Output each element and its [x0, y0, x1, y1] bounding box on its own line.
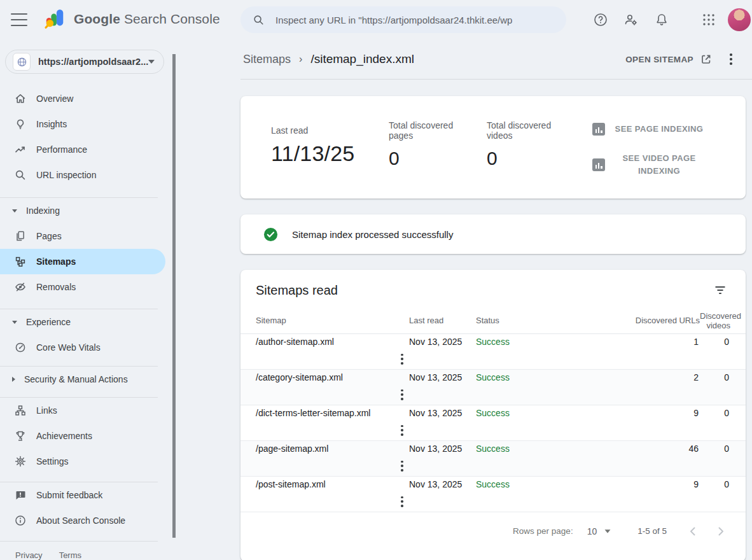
chevron-down-icon [12, 209, 17, 213]
sidebar-item-insights[interactable]: Insights [0, 111, 168, 137]
sidebar-section-indexing[interactable]: Indexing [0, 198, 168, 223]
see-page-indexing-label: SEE PAGE INDEXING [611, 123, 707, 136]
table-row: /dict-terms-letter-sitemap.xml Nov 13, 2… [240, 405, 746, 441]
sidebar-item-label: Performance [36, 144, 87, 155]
chevron-right-icon [12, 377, 15, 382]
discovered-pages-label: Total discovered pages [389, 120, 465, 141]
column-header-discovered-urls[interactable]: Discovered URLs [602, 316, 700, 325]
row-kebab-menu-icon[interactable] [396, 387, 408, 402]
status-banner-message: Sitemap index processed successfully [292, 229, 453, 240]
sidebar-item-core-web-vitals[interactable]: Core Web Vitals [0, 335, 168, 360]
sidebar-item-label: Removals [36, 282, 76, 292]
sidebar-section-experience[interactable]: Experience [0, 309, 168, 335]
see-video-page-indexing-label: SEE VIDEO PAGE INDEXING [611, 152, 707, 178]
links-icon [14, 404, 27, 417]
discovered-videos-label: Total discovered videos [487, 120, 563, 141]
column-header-sitemap[interactable]: Sitemap [256, 316, 409, 325]
app-title: Google Search Console [74, 11, 220, 27]
status-cell: Success [476, 479, 602, 489]
sidebar-item-settings[interactable]: Settings [0, 449, 168, 474]
sitemap-link[interactable]: /category-sitemap.xml [256, 372, 409, 382]
terms-link[interactable]: Terms [59, 550, 81, 560]
table-row: /page-sitemap.xml Nov 13, 2025 Success 4… [240, 441, 746, 477]
sidebar-item-achievements[interactable]: Achievements [0, 423, 168, 449]
discovered-urls-cell: 1 [602, 337, 700, 347]
discovered-pages-metric: Total discovered pages 0 [389, 120, 465, 169]
discovered-videos-cell: 0 [700, 337, 730, 347]
sidebar-item-performance[interactable]: Performance [0, 137, 168, 162]
rows-per-page-value: 10 [587, 526, 597, 536]
performance-icon [14, 143, 27, 156]
row-kebab-menu-icon[interactable] [396, 494, 408, 509]
help-icon[interactable] [593, 12, 608, 27]
discovered-videos-cell: 0 [700, 372, 730, 382]
search-input[interactable] [275, 15, 566, 25]
sidebar-item-url-inspection[interactable]: URL inspection [0, 162, 168, 188]
see-page-indexing-link[interactable]: SEE PAGE INDEXING [592, 115, 720, 143]
sitemaps-read-card: Sitemaps read Sitemap Last read Status D… [240, 270, 746, 560]
status-cell: Success [476, 372, 602, 382]
sitemap-summary-card: Last read 11/13/25 Total discovered page… [240, 96, 746, 199]
privacy-link[interactable]: Privacy [15, 550, 43, 560]
sidebar-scrollbar[interactable] [172, 54, 176, 538]
user-settings-icon[interactable] [623, 12, 639, 27]
see-video-page-indexing-link[interactable]: SEE VIDEO PAGE INDEXING [592, 151, 720, 179]
sidebar-item-label: Pages [36, 231, 62, 241]
sitemap-link[interactable]: /page-sitemap.xml [256, 444, 409, 454]
search-icon [253, 14, 265, 26]
app-brand[interactable]: Google Search Console [45, 8, 220, 30]
open-sitemap-label: OPEN SITEMAP [625, 55, 693, 64]
section-label: Security & Manual Actions [24, 374, 128, 384]
discovered-videos-metric: Total discovered videos 0 [487, 120, 563, 169]
filter-icon[interactable] [714, 284, 727, 297]
sitemap-link[interactable]: /post-sitemap.xml [256, 479, 409, 489]
notifications-icon[interactable] [654, 12, 669, 27]
last-read-cell: Nov 13, 2025 [409, 479, 476, 489]
open-sitemap-button[interactable]: OPEN SITEMAP [625, 53, 713, 66]
row-kebab-menu-icon[interactable] [396, 423, 408, 438]
globe-icon [13, 53, 31, 71]
indexing-links: SEE PAGE INDEXING SEE VIDEO PAGE INDEXIN… [592, 115, 720, 179]
sidebar-item-removals[interactable]: Removals [0, 274, 168, 300]
divider [240, 79, 752, 80]
breadcrumb-separator: › [299, 53, 302, 65]
sitemap-link[interactable]: /author-sitemap.xml [256, 337, 409, 347]
property-selector[interactable]: https://artjompoldsaar2... [5, 50, 164, 74]
column-header-status[interactable]: Status [476, 316, 602, 325]
sidebar-item-submit-feedback[interactable]: Submit feedback [0, 482, 168, 508]
apps-grid-icon[interactable] [701, 12, 716, 27]
page-kebab-menu-icon[interactable] [725, 52, 737, 67]
sitemap-link[interactable]: /dict-terms-letter-sitemap.xml [256, 408, 409, 418]
table-header-row: Sitemap Last read Status Discovered URLs… [240, 310, 746, 334]
sidebar-section-security[interactable]: Security & Manual Actions [0, 367, 168, 392]
sidebar-nav: Overview Insights Performance URL inspec… [0, 86, 168, 560]
rows-per-page-select[interactable]: 10 [587, 526, 611, 536]
search-console-logo [45, 8, 66, 30]
chevron-right-icon[interactable] [716, 526, 725, 536]
sidebar-item-label: Overview [36, 94, 73, 104]
row-kebab-menu-icon[interactable] [396, 458, 408, 473]
url-inspect-searchbar[interactable] [240, 6, 566, 33]
sidebar-item-label: Sitemaps [36, 256, 76, 267]
status-cell: Success [476, 337, 602, 347]
sidebar-item-about[interactable]: About Search Console [0, 508, 168, 533]
column-header-discovered-videos[interactable]: Discovered videos [700, 311, 730, 330]
discovered-urls-cell: 9 [602, 408, 700, 418]
top-bar: Google Search Console [0, 0, 752, 39]
status-cell: Success [476, 444, 602, 454]
user-avatar[interactable] [728, 8, 751, 31]
status-cell: Success [476, 408, 602, 418]
row-kebab-menu-icon[interactable] [396, 351, 408, 367]
hamburger-menu-icon[interactable] [11, 13, 27, 26]
sidebar: https://artjompoldsaar2... Overview Insi… [0, 39, 178, 560]
sidebar-item-links[interactable]: Links [0, 398, 168, 423]
sidebar-item-overview[interactable]: Overview [0, 86, 168, 111]
discovered-videos-value: 0 [487, 148, 563, 169]
sidebar-item-pages[interactable]: Pages [0, 223, 168, 249]
table-row: /post-sitemap.xml Nov 13, 2025 Success 9… [240, 477, 746, 512]
check-circle-icon [263, 227, 278, 242]
chevron-left-icon[interactable] [688, 526, 697, 536]
breadcrumb-parent-link[interactable]: Sitemaps [243, 53, 291, 66]
sidebar-item-sitemaps[interactable]: Sitemaps [0, 249, 165, 274]
column-header-last-read[interactable]: Last read [409, 316, 476, 325]
